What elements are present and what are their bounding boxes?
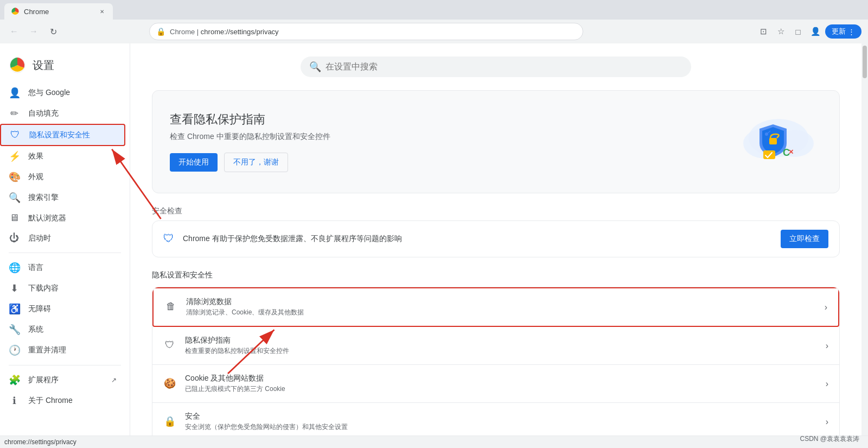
sidebar-label-default-browser: 默认浏览器 [28,213,66,223]
tab-favicon [11,7,20,16]
security-desc: 安全浏览（保护您免受危险网站的侵害）和其他安全设置 [185,422,817,432]
profile-button[interactable]: 👤 [808,24,823,39]
privacy-illustration: C ✕ [724,108,822,175]
watermark: CSDN @袁袁袁袁涛 [800,434,859,444]
scrollbar-thumb[interactable] [863,46,867,78]
person-icon: 👤 [9,87,20,99]
sidebar-label-accessibility: 无障碍 [28,304,51,314]
language-icon: 🌐 [9,262,20,274]
url-text: Chrome | chrome://settings/privacy [170,28,576,36]
sidebar-label-you-google: 您与 Google [28,88,70,98]
sidebar-label-language: 语言 [28,263,43,273]
search-input[interactable] [326,62,682,72]
scrollbar[interactable] [861,43,868,436]
sidebar-item-extensions[interactable]: 🧩 扩展程序 ↗ [0,370,125,390]
security-title: 安全 [185,412,817,421]
start-button[interactable]: 开始使用 [170,153,218,172]
settings-item-cookies[interactable]: 🍪 Cookie 及其他网站数据 已阻止无痕模式下的第三方 Cookie › [152,365,839,403]
search-engine-icon: 🔍 [9,192,20,204]
tab-title: Chrome [24,8,93,16]
sidebar-label-downloads: 下载内容 [28,283,59,293]
search-bar[interactable]: 🔍 [301,56,691,77]
accessibility-icon: ♿ [9,303,20,315]
settings-item-clear-browsing[interactable]: 🗑 清除浏览数据 清除浏览记录、Cookie、缓存及其他数据 › [152,287,839,327]
sidebar-item-privacy[interactable]: 🛡 隐私设置和安全性 [0,124,125,146]
sidebar-label-autofill: 自动填充 [28,109,59,118]
sidebar-logo: 设置 [0,52,130,83]
extensions-icon: 🧩 [9,374,20,386]
extensions-button[interactable]: □ [790,24,806,39]
sidebar-label-appearance: 外观 [28,172,43,182]
sidebar-item-autofill[interactable]: ✏ 自动填充 [0,103,125,124]
chrome-logo-icon [9,56,26,74]
sidebar-label-search: 搜索引擎 [28,193,59,203]
cookies-title: Cookie 及其他网站数据 [185,374,817,383]
cookie-icon: 🍪 [163,377,176,390]
update-menu-icon: ⋮ [848,28,855,36]
startup-icon: ⏻ [9,232,20,244]
sidebar-item-reset[interactable]: 🕐 重置并清理 [0,340,125,361]
sidebar-label-performance: 效果 [28,152,43,161]
forward-button[interactable]: → [26,24,41,39]
browser-tab[interactable]: Chrome ✕ [4,3,113,20]
settings-item-privacy-guide[interactable]: 🛡 隐私保护指南 检查重要的隐私控制设置和安全控件 › [152,327,839,365]
performance-icon: ⚡ [9,150,20,162]
bookmark-button[interactable]: ☆ [773,24,788,39]
safety-check-description: Chrome 有助于保护您免受数据泄露、不良扩展程序等问题的影响 [183,234,774,244]
url-scheme: Chrome | [170,28,201,36]
cast-button[interactable]: ⊡ [756,24,771,39]
url-path: chrome://settings/privacy [201,28,279,36]
downloads-icon: ⬇ [9,282,20,294]
sidebar-item-downloads[interactable]: ⬇ 下载内容 [0,278,125,299]
url-bar[interactable]: 🔒 Chrome | chrome://settings/privacy [149,23,583,40]
chevron-right-icon: › [825,302,827,312]
settings-item-content-security: 安全 安全浏览（保护您免受危险网站的侵害）和其他安全设置 [185,412,817,432]
sidebar-item-system[interactable]: 🔧 系统 [0,319,125,340]
privacy-guide-actions: 开始使用 不用了，谢谢 [170,153,330,172]
sidebar-item-about[interactable]: ℹ 关于 Chrome [0,390,125,411]
sidebar-label-reset: 重置并清理 [28,345,66,355]
tab-bar: Chrome ✕ [0,0,868,20]
svg-text:✕: ✕ [788,148,794,156]
sidebar-item-search[interactable]: 🔍 搜索引擎 [0,187,125,208]
svg-rect-10 [763,150,775,159]
privacy-settings-section-title: 隐私设置和安全性 [152,270,840,280]
sidebar-item-accessibility[interactable]: ♿ 无障碍 [0,299,125,319]
update-label: 更新 [832,27,846,36]
search-icon: 🔍 [309,61,321,73]
update-button[interactable]: 更新 ⋮ [825,24,861,39]
content-area: 🔍 查看隐私保护指南 检查 Chrome 中重要的隐私控制设置和安全控件 开始使… [130,43,861,436]
privacy-guide-title: 查看隐私保护指南 [170,111,330,128]
autofill-icon: ✏ [9,108,20,119]
sidebar-label-extensions: 扩展程序 [28,375,59,385]
trash-icon: 🗑 [164,301,177,314]
sidebar-item-you-google[interactable]: 👤 您与 Google [0,83,125,103]
tab-close-button[interactable]: ✕ [98,7,106,16]
sidebar-label-startup: 启动时 [28,234,51,243]
back-button[interactable]: ← [7,24,22,39]
privacy-guide-text: 查看隐私保护指南 检查 Chrome 中重要的隐私控制设置和安全控件 开始使用 … [170,111,330,172]
svg-rect-9 [769,138,777,144]
sidebar-item-startup[interactable]: ⏻ 启动时 [0,228,125,248]
check-now-button[interactable]: 立即检查 [781,230,828,248]
sidebar-item-default-browser[interactable]: 🖥 默认浏览器 [0,208,125,228]
reload-button[interactable]: ↻ [46,24,61,39]
status-url: chrome://settings/privacy [4,438,76,446]
sidebar-item-appearance[interactable]: 🎨 外观 [0,167,125,187]
lock-icon: 🔒 [156,27,165,36]
address-bar: ← → ↻ 🔒 Chrome | chrome://settings/priva… [0,20,868,43]
sidebar-title: 设置 [33,58,54,73]
safety-check-card: 🛡 Chrome 有助于保护您免受数据泄露、不良扩展程序等问题的影响 立即检查 [152,220,840,257]
privacy-guide-icon: 🛡 [163,339,176,352]
status-bar: chrome://settings/privacy [0,436,868,448]
external-link-icon: ↗ [111,376,117,384]
privacy-guide-card: 查看隐私保护指南 检查 Chrome 中重要的隐私控制设置和安全控件 开始使用 … [152,90,840,193]
dismiss-button[interactable]: 不用了，谢谢 [224,153,288,172]
settings-item-security[interactable]: 🔒 安全 安全浏览（保护您免受危险网站的侵害）和其他安全设置 › [152,403,839,436]
sidebar-item-performance[interactable]: ⚡ 效果 [0,146,125,167]
info-icon: ℹ [9,395,20,407]
settings-list: 🗑 清除浏览数据 清除浏览记录、Cookie、缓存及其他数据 › 🛡 隐私保护指… [152,287,840,436]
sidebar-divider-1 [9,253,121,253]
sidebar-item-language[interactable]: 🌐 语言 [0,257,125,278]
sidebar-label-system: 系统 [28,325,43,335]
